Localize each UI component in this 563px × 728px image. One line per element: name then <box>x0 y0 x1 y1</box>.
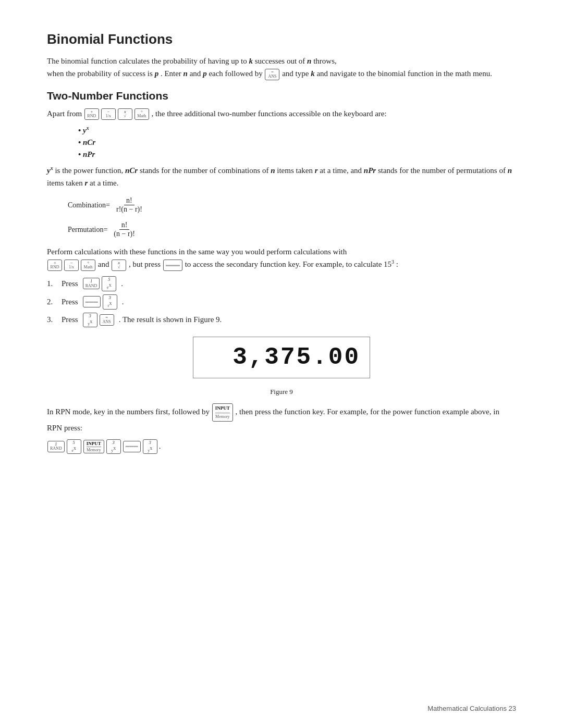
perform-paragraph: Perform calculations with these function… <box>47 245 516 271</box>
combination-formula: Combination= n! r!(n − r)! <box>68 196 516 214</box>
step2-keys: ▬▬▬ 3 rx <box>82 294 118 310</box>
key-5-ex: 5 ex <box>102 276 116 291</box>
perform-minus-key: − 1/x <box>64 260 79 271</box>
step1-keys: 1 RAND 5 ex <box>82 276 117 291</box>
step-1: 1. Press 1 RAND 5 ex . <box>47 276 516 291</box>
rpn-key-5: 5 ex <box>67 439 81 454</box>
step3-keys: 3 yx = ANS <box>82 313 115 328</box>
key-shift2: ▬▬▬ <box>83 296 101 307</box>
rpn-input-key: INPUT Memory <box>83 440 104 453</box>
perform-div-key: ÷ Math <box>81 260 95 271</box>
perform-and-keys: x √ <box>111 260 127 271</box>
step-3: 3. Press 3 yx = ANS . The result is show… <box>47 313 516 328</box>
list-item-yx: yx <box>78 125 516 135</box>
two-number-paragraph: Apart from + RND − 1/x x √ ÷ Math <box>47 107 516 120</box>
minus-inv-key: − 1/x <box>101 108 116 120</box>
perform-keys-row: + RND − 1/x ÷ Math <box>47 260 96 271</box>
calculator-display: 3,375.00 <box>193 337 370 378</box>
keyboard-keys-row1: + RND − 1/x x √ ÷ Math <box>84 108 150 120</box>
key-3-yx: 3 yx <box>83 313 97 328</box>
function-list: yx nCr nPr <box>78 125 516 159</box>
display-value: 3,375.00 <box>232 344 360 371</box>
plus-rand-key: + RND <box>84 108 99 120</box>
page-container: Binomial Functions The binomial function… <box>0 0 563 502</box>
footer: Mathematical Calculations 23 <box>427 705 516 712</box>
function-description: yx is the power function, nCr stands for… <box>47 164 516 189</box>
rpn-key-3: 3 yx <box>106 439 121 454</box>
page-title: Binomial Functions <box>47 31 516 47</box>
rpn-shift-key: ▬▬▬ <box>123 441 141 452</box>
binomial-section: The binomial function calculates the pro… <box>47 55 516 80</box>
perform-plus-key: + RND <box>47 260 62 271</box>
binomial-paragraph: The binomial function calculates the pro… <box>47 55 516 80</box>
list-item-npr: nPr <box>78 150 516 159</box>
step-2: 2. Press ▬▬▬ 3 rx . <box>47 294 516 310</box>
figure-caption: Figure 9 <box>47 388 516 396</box>
rpn-key-3b: 3 yx <box>143 439 157 454</box>
key-3-rx: 3 rx <box>103 294 117 310</box>
key-eq-ans: = ANS <box>100 314 114 326</box>
rpn-keys-row: 1 RAND 5 ex INPUT Memory 3 yx ▬▬▬ 3 yx <box>47 439 516 454</box>
two-number-title: Two-Number Functions <box>47 90 516 102</box>
permutation-formula: Permutation= n! (n − r)! <box>68 221 516 238</box>
key-1-rand: 1 RAND <box>83 278 100 289</box>
input-memory-key: INPUT Memory <box>212 403 233 421</box>
rpn-key-1: 1 RAND <box>47 441 65 452</box>
two-number-section: Apart from + RND − 1/x x √ ÷ Math <box>47 107 516 190</box>
perform-x-sqrt-key: x √ <box>112 260 126 271</box>
shift-key: ▬▬▬ <box>163 260 182 271</box>
list-item-ncr: nCr <box>78 138 516 147</box>
rpn-section: In RPN mode, key in the numbers first, f… <box>47 403 516 454</box>
steps-list: 1. Press 1 RAND 5 ex . 2. Press <box>47 276 516 327</box>
perform-section: Perform calculations with these function… <box>47 245 516 327</box>
div-math-key: ÷ Math <box>134 108 149 120</box>
rpn-paragraph: In RPN mode, key in the numbers first, f… <box>47 403 516 434</box>
equals-ans-key: = ANS <box>265 69 279 80</box>
times-sqrt-key: x √ <box>118 108 132 120</box>
